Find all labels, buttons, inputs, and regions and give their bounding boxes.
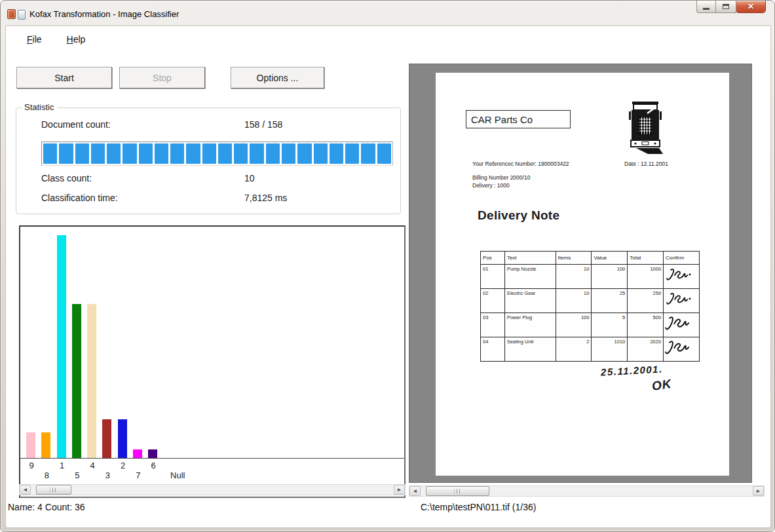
statistic-group-label: Statistic	[22, 102, 57, 112]
progress-segment	[250, 143, 263, 164]
minimize-button[interactable]	[696, 1, 716, 13]
chart-bar-label: 5	[75, 470, 79, 480]
chart-bar[interactable]	[26, 432, 35, 458]
title-bar[interactable]: Kofax Transformation - Image Classifier …	[1, 1, 774, 26]
chart-bar-label: Null	[170, 470, 185, 480]
progress-segment	[155, 143, 168, 164]
preview-scroll-right-arrow-icon[interactable]: ►	[753, 486, 764, 496]
delivery-items-table: PosTextItemsValueTotalConfirm 01Pump Noz…	[480, 251, 700, 362]
chart-scroll-left-arrow-icon[interactable]: ◄	[20, 485, 31, 495]
chart-scrollbar-track[interactable]	[31, 485, 394, 495]
table-header-cell: Pos	[481, 252, 505, 265]
preview-scrollbar[interactable]: ◄ ►	[409, 485, 765, 497]
preview-scrollbar-track[interactable]	[421, 486, 753, 496]
table-cell: 100	[592, 265, 628, 289]
window-title: Kofax Transformation - Image Classifier	[29, 9, 179, 19]
class-count-label: Class count:	[41, 173, 92, 183]
table-header-cell: Confirm	[664, 252, 700, 265]
signature-cell	[664, 289, 700, 313]
classification-time-label: Classification time:	[41, 193, 118, 203]
chart-axis-labels: 981543276Null	[20, 459, 404, 485]
table-cell: 1010	[592, 337, 628, 362]
handwritten-ok: OK	[651, 377, 673, 394]
table-cell: Sealing Unit	[504, 337, 556, 362]
chart-bar[interactable]	[148, 449, 157, 458]
chart-scrollbar-thumb[interactable]	[36, 485, 71, 495]
maximize-icon	[723, 4, 729, 9]
app-icon-blue	[18, 10, 26, 20]
chart-bar-label: 9	[29, 461, 33, 470]
progress-segment	[377, 143, 391, 164]
chart-plot-area	[20, 227, 404, 459]
chart-bar[interactable]	[102, 419, 111, 458]
preview-scrollbar-thumb[interactable]	[426, 486, 489, 496]
app-icon-red	[7, 9, 16, 19]
chart-bar[interactable]	[118, 419, 127, 458]
table-cell: 2020	[628, 337, 664, 362]
chart-bar-label: 6	[151, 461, 155, 470]
document-preview-panel: CAR Parts Co Your Referencec Nu	[409, 64, 752, 483]
chart-bar[interactable]	[87, 304, 96, 458]
table-cell: Electric Gear	[504, 289, 556, 313]
maximize-button[interactable]	[716, 1, 736, 13]
chart-bar-label: 3	[105, 470, 110, 480]
table-cell: 100	[556, 313, 592, 337]
chart-bar-label: 7	[136, 470, 140, 480]
progress-segment	[282, 143, 295, 164]
table-header-cell: Value	[592, 252, 628, 265]
chart-bar[interactable]	[57, 235, 66, 458]
start-button[interactable]: Start	[16, 67, 112, 88]
table-cell: 10	[556, 289, 592, 313]
progress-segment	[186, 143, 200, 164]
progress-segment	[218, 143, 232, 164]
app-window: Kofax Transformation - Image Classifier …	[0, 0, 775, 532]
progress-segment	[91, 143, 105, 164]
app-icons	[7, 9, 26, 20]
progress-segment	[59, 143, 73, 164]
table-cell: 2	[556, 337, 592, 362]
chart-bar-label: 1	[60, 461, 64, 470]
date-line: Date : 12.11.2001	[624, 161, 668, 168]
menu-help[interactable]: Help	[63, 32, 90, 47]
table-cell: 500	[628, 313, 664, 337]
progress-segment	[43, 143, 57, 164]
menu-file[interactable]: File	[23, 32, 46, 47]
client-area: File Help Start Stop Options ... Statist…	[5, 26, 771, 528]
progress-segment	[123, 143, 136, 164]
chart-scroll-right-arrow-icon[interactable]: ►	[394, 485, 405, 495]
signature-icon	[665, 292, 691, 309]
stop-button[interactable]: Stop	[119, 67, 205, 88]
classification-time-value: 7,8125 ms	[244, 193, 287, 203]
document-heading: Delivery Note	[478, 208, 559, 223]
progress-segment	[75, 143, 89, 164]
statistic-groupbox: Statistic Document count: 158 / 158 Clas…	[16, 107, 401, 214]
options-button[interactable]: Options ...	[231, 67, 324, 88]
close-button[interactable]: ✕	[736, 1, 766, 13]
chart-bar[interactable]	[72, 304, 81, 458]
progress-segment	[266, 143, 280, 164]
progress-segment	[345, 143, 359, 164]
table-header-row: PosTextItemsValueTotalConfirm	[481, 252, 700, 265]
preview-scroll-left-arrow-icon[interactable]: ◄	[409, 486, 421, 496]
table-cell: 25	[592, 289, 628, 313]
signature-cell	[664, 265, 700, 289]
progress-segment	[139, 143, 153, 164]
table-cell: 10	[556, 265, 592, 289]
signature-icon	[665, 267, 691, 284]
table-cell: Pump Nozzle	[504, 265, 556, 289]
chart-bar[interactable]	[133, 449, 142, 458]
progress-segment	[202, 143, 216, 164]
truck-logo-icon	[628, 99, 663, 161]
chart-bar[interactable]	[41, 432, 50, 458]
table-cell: 01	[481, 265, 505, 289]
table-cell: 04	[481, 337, 505, 362]
menu-bar: File Help	[6, 30, 770, 48]
table-row: 01Pump Nozzle101001000	[481, 265, 700, 289]
table-cell: 250	[628, 289, 664, 313]
progress-segment	[107, 143, 121, 164]
chart-scrollbar[interactable]: ◄ ►	[19, 484, 406, 495]
progress-segment	[314, 143, 328, 164]
company-name-box: CAR Parts Co	[466, 110, 571, 128]
chart-bar-label: 2	[121, 461, 125, 470]
class-distribution-chart: 981543276Null ◄ ►	[19, 225, 406, 498]
